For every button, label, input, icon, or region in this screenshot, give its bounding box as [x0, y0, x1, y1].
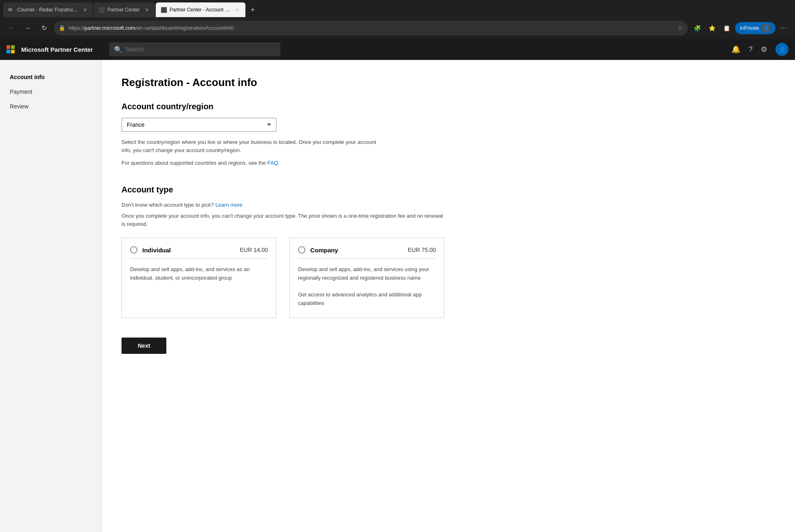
sidebar-item-account-info[interactable]: Account info — [0, 70, 102, 84]
help-icon[interactable]: ? — [749, 45, 753, 54]
country-section-heading: Account country/region — [121, 102, 775, 111]
company-card-name: Company — [310, 247, 338, 254]
learn-more-prompt: Don't know which account type to pick? L… — [121, 201, 448, 209]
sidebar-item-review[interactable]: Review — [0, 99, 102, 114]
tab-2-title: Partner Center — [108, 7, 140, 13]
individual-card-price: EUR 14.00 — [240, 247, 268, 253]
individual-card-left: Individual — [130, 246, 171, 254]
tab-1-title: Courrier - Redac Frandroid - Ou... — [17, 7, 78, 13]
nav-bar: ← → ↻ 🔒 https://partner.microsoft.com/en… — [0, 17, 795, 39]
account-type-cards: Individual EUR 14.00 Develop and sell ap… — [121, 238, 775, 318]
account-type-notice: Once you complete your account info, you… — [121, 212, 448, 228]
extensions-button[interactable]: 🧩 — [691, 22, 704, 35]
account-type-section: Account type Don't know which account ty… — [121, 185, 775, 318]
tab-2-close[interactable]: ✕ — [144, 7, 150, 13]
tab-2-favicon: ⬛ — [99, 7, 104, 13]
tab-2[interactable]: ⬛ Partner Center ✕ — [94, 2, 155, 17]
svg-rect-0 — [7, 45, 10, 49]
address-url: https://partner.microsoft.com/en-us/dash… — [68, 25, 674, 31]
main-content: Registration - Account info Account coun… — [102, 60, 795, 532]
sidebar: Account info Payment Review — [0, 60, 102, 532]
tab-3-title: Partner Center - Account info — [170, 7, 231, 13]
inprivate-button[interactable]: InPrivate 👤 — [735, 22, 775, 34]
microsoft-logo — [7, 45, 15, 53]
settings-button[interactable]: ⋯ — [777, 22, 790, 35]
main-layout: Account info Payment Review Registration… — [0, 60, 795, 532]
tab-3[interactable]: ⬛ Partner Center - Account info ✕ — [156, 2, 245, 17]
user-avatar[interactable]: 👤 — [775, 43, 788, 56]
back-button[interactable]: ← — [5, 22, 18, 35]
company-card-body: Develop and sell apps, add-ins, and serv… — [298, 265, 436, 308]
company-card-header: Company EUR 75.00 — [298, 246, 436, 259]
sidebar-item-payment[interactable]: Payment — [0, 84, 102, 99]
app-title: Microsoft Partner Center — [21, 46, 93, 53]
section-divider — [121, 172, 775, 185]
country-help-text-1: Select the country/region where you live… — [121, 138, 382, 154]
tab-3-close[interactable]: ✕ — [234, 7, 241, 13]
company-card-left: Company — [298, 246, 338, 254]
next-button[interactable]: Next — [121, 338, 166, 354]
svg-rect-2 — [7, 50, 10, 53]
address-bar[interactable]: 🔒 https://partner.microsoft.com/en-us/da… — [54, 21, 688, 35]
search-input[interactable] — [126, 46, 276, 53]
notification-icon[interactable]: 🔔 — [731, 45, 740, 54]
sidebar-label-account-info: Account info — [10, 74, 45, 80]
sidebar-label-payment: Payment — [10, 88, 32, 95]
company-card-price: EUR 75.00 — [408, 247, 436, 253]
tab-1-favicon: ✉ — [8, 7, 14, 13]
tab-1-close[interactable]: ✕ — [82, 7, 88, 13]
tab-3-favicon: ⬛ — [161, 7, 166, 13]
country-help-text-2: For questions about supported countries … — [121, 159, 382, 167]
favorites-button[interactable]: ⭐ — [706, 22, 719, 35]
sidebar-label-review: Review — [10, 103, 29, 110]
collections-button[interactable]: 📋 — [720, 22, 733, 35]
app-header: Microsoft Partner Center 🔍 🔔 ? ⚙ 👤 — [0, 39, 795, 60]
individual-card-name: Individual — [142, 247, 171, 254]
search-bar[interactable]: 🔍 — [109, 42, 280, 56]
individual-card[interactable]: Individual EUR 14.00 Develop and sell ap… — [121, 238, 276, 318]
country-section: Account country/region France United Sta… — [121, 102, 775, 167]
browser-chrome: ✉ Courrier - Redac Frandroid - Ou... ✕ ⬛… — [0, 0, 795, 39]
country-select[interactable]: France United States Germany United King… — [121, 118, 276, 132]
company-card[interactable]: Company EUR 75.00 Develop and sell apps,… — [289, 238, 444, 318]
lock-icon: 🔒 — [59, 25, 65, 31]
individual-card-header: Individual EUR 14.00 — [130, 246, 268, 259]
inprivate-label: InPrivate — [740, 25, 759, 31]
star-icon[interactable]: ☆ — [678, 24, 683, 32]
individual-radio[interactable] — [130, 246, 137, 254]
faq-link[interactable]: FAQ — [267, 160, 278, 166]
learn-more-link[interactable]: Learn more — [215, 202, 242, 208]
svg-rect-3 — [11, 50, 15, 53]
nav-actions: 🧩 ⭐ 📋 InPrivate 👤 ⋯ — [691, 22, 790, 35]
tab-bar: ✉ Courrier - Redac Frandroid - Ou... ✕ ⬛… — [0, 0, 795, 17]
header-right: 🔔 ? ⚙ 👤 — [731, 43, 788, 56]
new-tab-button[interactable]: + — [246, 2, 259, 17]
individual-card-body: Develop and sell apps, add-ins, and serv… — [130, 265, 268, 283]
page-title: Registration - Account info — [121, 76, 775, 89]
search-icon: 🔍 — [114, 46, 122, 53]
svg-rect-1 — [11, 45, 15, 49]
refresh-button[interactable]: ↻ — [38, 22, 51, 35]
settings-gear-icon[interactable]: ⚙ — [761, 45, 767, 54]
company-radio[interactable] — [298, 246, 305, 254]
tab-1[interactable]: ✉ Courrier - Redac Frandroid - Ou... ✕ — [3, 2, 93, 17]
account-type-heading: Account type — [121, 185, 775, 194]
inprivate-avatar: 👤 — [762, 24, 771, 33]
forward-button[interactable]: → — [21, 22, 34, 35]
